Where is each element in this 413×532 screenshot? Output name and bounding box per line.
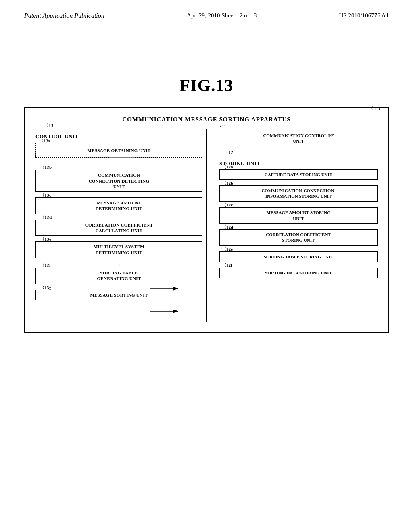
unit-13f: 〈13f SORTING TABLEGENERATING UNIT: [35, 268, 202, 284]
su-ref: 〈12: [223, 149, 233, 156]
apparatus-box: 〈 10 COMMUNICATION MESSAGE SORTING APPAR…: [24, 107, 389, 333]
unit-13g: 〈13g MESSAGE SORTING UNIT: [35, 290, 202, 300]
figure-title: FIG.13: [0, 76, 413, 95]
cu-ref: 〈13: [44, 122, 53, 129]
store-12c: 〈12c MESSAGE AMOUNT STORINGUNIT: [219, 207, 378, 224]
store-12f: 〈12f SORTING DATA STORING UNIT: [219, 268, 378, 278]
store-12d: 〈12d CORRELATION COEFFICIENTSTORING UNIT: [219, 229, 378, 246]
unit-13b: 〈13b COMMUNICATIONCONNECTION DETECTINGUN…: [35, 170, 202, 192]
control-unit-label: CONTROL UNIT: [35, 133, 202, 140]
apparatus-ref: 〈 10: [368, 105, 380, 112]
apparatus-label: COMMUNICATION MESSAGE SORTING APPARATUS: [31, 116, 382, 123]
comm-control-box: 〈11 COMMUNICATION CONTROL I/FUNIT: [215, 129, 382, 148]
message-obtaining-unit: MESSAGE OBTAINING UNIT: [38, 145, 200, 155]
message-obtaining-outer: 〈13a MESSAGE OBTAINING UNIT: [35, 143, 202, 158]
inner-layout: 〈13 CONTROL UNIT 〈13a MESSAGE OBTAINING …: [31, 129, 382, 322]
store-12e: 〈12e SORTING TABLE STORING UNIT: [219, 251, 378, 262]
page-header: Patent Application Publication Apr. 29, …: [0, 0, 413, 23]
store-12b: 〈12b COMMUNICATION-CONNECTION-INFORMATIO…: [219, 185, 378, 202]
storing-unit-box: 〈12 STORING UNIT 〈12a CAPTURE DATA STORI…: [215, 156, 382, 322]
header-left: Patent Application Publication: [24, 12, 104, 19]
unit-13c: 〈13c MESSAGE AMOUNTDETERMINING UNIT: [35, 197, 202, 214]
header-right: US 2010/106776 A1: [339, 12, 389, 19]
right-column: 〈11 COMMUNICATION CONTROL I/FUNIT 〈12 ST…: [215, 129, 382, 322]
arrow-down-1: ↓: [35, 260, 202, 267]
msg-obtaining-ref: 〈13a: [39, 138, 50, 144]
unit-13e: 〈13e MULTILEVEL SYSTEMDETERMINING UNIT: [35, 241, 202, 258]
unit-13d: 〈13d CORRELATION COEFFICIENTCALCULATING …: [35, 220, 202, 236]
header-center: Apr. 29, 2010 Sheet 12 of 18: [187, 12, 257, 19]
control-unit-box: 〈13 CONTROL UNIT 〈13a MESSAGE OBTAINING …: [31, 129, 207, 322]
store-12a: 〈12a CAPTURE DATA STORING UNIT: [219, 169, 378, 180]
diagram-container: 〈 10 COMMUNICATION MESSAGE SORTING APPAR…: [24, 107, 389, 333]
storing-unit-label: STORING UNIT: [219, 160, 378, 167]
